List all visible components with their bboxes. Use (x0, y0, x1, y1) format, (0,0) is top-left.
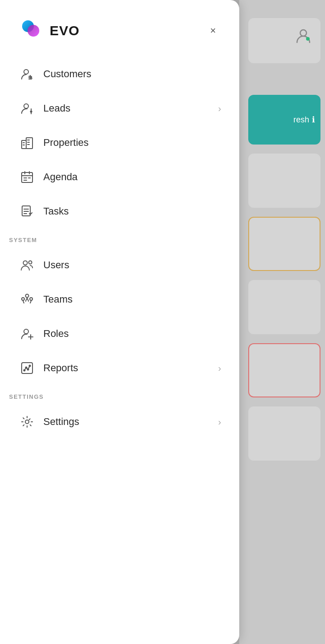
roles-label: Roles (43, 328, 221, 340)
teal-refresh-card[interactable]: resh ℹ (248, 95, 320, 145)
teams-icon (18, 290, 36, 308)
leads-label: Leads (43, 103, 218, 114)
close-button[interactable]: × (205, 23, 221, 39)
svg-point-27 (26, 294, 29, 298)
sidebar-item-teams[interactable]: Teams (9, 282, 230, 317)
svg-rect-8 (26, 138, 32, 149)
reports-chevron: › (218, 363, 221, 373)
svg-point-34 (24, 370, 25, 371)
leads-icon (18, 99, 36, 117)
svg-point-3 (28, 25, 39, 37)
drawer-header: EVO × (0, 0, 239, 57)
tasks-label: Tasks (43, 205, 221, 217)
svg-point-38 (25, 420, 29, 424)
svg-point-1 (306, 37, 310, 41)
teams-label: Teams (43, 294, 221, 305)
svg-point-36 (28, 369, 29, 370)
settings-label: Settings (43, 416, 218, 428)
svg-point-4 (24, 70, 28, 74)
bg-card-3 (248, 154, 320, 208)
bg-card-5 (248, 280, 320, 334)
properties-label: Properties (43, 137, 221, 149)
users-label: Users (43, 259, 221, 271)
svg-point-35 (26, 367, 27, 369)
avatar-container[interactable] (291, 23, 316, 48)
bg-card-6 (248, 343, 320, 397)
bg-card-7 (248, 406, 320, 461)
settings-nav-section: Settings › (0, 405, 239, 439)
logo-area: EVO (18, 18, 79, 43)
svg-point-25 (23, 261, 28, 265)
svg-rect-14 (22, 173, 32, 182)
sidebar-item-properties[interactable]: Properties (9, 126, 230, 160)
customers-label: Customers (43, 68, 221, 80)
sidebar-item-leads[interactable]: Leads › (9, 91, 230, 126)
customer-dollar-icon (18, 65, 36, 83)
teal-card-content: resh ℹ (293, 115, 315, 125)
tasks-icon (18, 202, 36, 220)
svg-point-37 (29, 365, 31, 367)
roles-icon (18, 325, 36, 343)
sidebar-item-customers[interactable]: Customers (9, 57, 230, 91)
svg-point-5 (24, 104, 28, 108)
app-name: EVO (50, 23, 79, 38)
svg-point-0 (300, 30, 306, 36)
agenda-label: Agenda (43, 171, 221, 183)
sidebar-item-settings[interactable]: Settings › (9, 405, 230, 439)
users-icon (18, 256, 36, 274)
info-icon: ℹ (312, 115, 315, 125)
sidebar-item-roles[interactable]: Roles (9, 317, 230, 351)
svg-point-30 (24, 329, 28, 334)
avatar-icon (295, 27, 311, 43)
reports-icon (18, 359, 36, 377)
settings-icon (18, 413, 36, 431)
settings-section-label: SETTINGS (0, 385, 239, 405)
navigation-drawer: EVO × Customers (0, 0, 239, 644)
system-nav-section: Users Teams (0, 248, 239, 385)
evo-logo (18, 18, 43, 43)
svg-point-26 (29, 261, 32, 264)
sidebar-item-reports[interactable]: Reports › (9, 351, 230, 385)
bg-card-4 (248, 217, 320, 271)
leads-chevron: › (218, 103, 221, 114)
main-nav-section: Customers Leads › (0, 57, 239, 229)
properties-icon (18, 134, 36, 152)
settings-chevron: › (218, 417, 221, 427)
sidebar-item-users[interactable]: Users (9, 248, 230, 282)
sidebar-item-agenda[interactable]: Agenda (9, 160, 230, 194)
agenda-icon (18, 168, 36, 186)
reports-label: Reports (43, 362, 218, 374)
system-section-label: SYSTEM (0, 229, 239, 248)
teal-label: resh (293, 115, 309, 125)
sidebar-item-tasks[interactable]: Tasks (9, 194, 230, 229)
